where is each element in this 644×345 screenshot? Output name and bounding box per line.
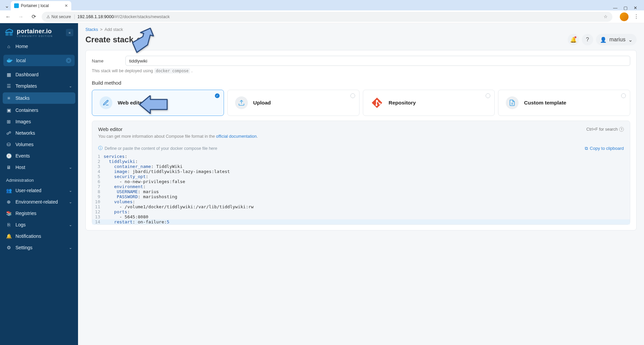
line-number: 8 xyxy=(92,189,104,194)
method-icon xyxy=(506,96,519,109)
profile-avatar[interactable] xyxy=(620,12,629,21)
copy-to-clipboard-button[interactable]: ⧉ Copy to clipboard xyxy=(585,146,624,151)
sidebar-item-home[interactable]: ⌂ Home xyxy=(0,41,78,52)
code-line[interactable]: 12 ports: xyxy=(92,209,630,214)
nav-reload-icon[interactable]: ⟳ xyxy=(29,12,38,21)
chevron-right-icon: > xyxy=(100,27,103,32)
sidebar-item-containers[interactable]: ▣Containers xyxy=(0,104,78,116)
window-minimize-icon[interactable]: ― xyxy=(613,5,617,10)
help-button[interactable]: ? xyxy=(582,34,593,45)
method-title: Custom template xyxy=(524,100,566,106)
help-icon[interactable]: ? xyxy=(619,127,624,132)
sidebar-item-label: Dashboard xyxy=(15,72,39,77)
stack-form-panel: Name This stack will be deployed using d… xyxy=(85,50,637,230)
stack-name-input[interactable] xyxy=(125,56,630,66)
sidebar-item-dashboard[interactable]: ▦Dashboard xyxy=(0,69,78,80)
sidebar-item-host[interactable]: 🖥Host⌄ xyxy=(0,162,78,173)
nav-icon: ⛁ xyxy=(6,142,11,147)
sidebar-item-images[interactable]: ⊞Images xyxy=(0,116,78,127)
svg-rect-3 xyxy=(8,59,9,59)
main-content: Stacks > Add stack Create stack ⟳ 🔔 ? xyxy=(78,23,644,345)
warning-icon: ⚠ xyxy=(46,14,50,19)
sidebar-item-settings[interactable]: ⚙Settings⌄ xyxy=(0,242,78,253)
code-line[interactable]: 10 volumes: xyxy=(92,199,630,204)
code-line[interactable]: 14 restart: on-failure:5 xyxy=(92,219,630,224)
svg-rect-5 xyxy=(10,60,11,60)
address-bar[interactable]: ⚠ Not secure 192.168.1.18:9000/#!/2/dock… xyxy=(42,12,612,22)
code-line[interactable]: 3 container_name: TiddlyWiki xyxy=(92,164,630,169)
deploy-hint: This stack will be deployed using docker… xyxy=(92,69,630,73)
user-menu[interactable]: 👤 marius ⌄ xyxy=(596,34,637,45)
sidebar-item-label: Home xyxy=(15,44,28,49)
sidebar-item-notifications[interactable]: 🔔Notifications xyxy=(0,230,78,242)
editor-search-hint: Ctrl+F for search ? xyxy=(586,127,624,132)
line-number: 1 xyxy=(92,154,104,159)
sidebar-item-label: Notifications xyxy=(15,233,41,239)
code-line[interactable]: 8 USERNAME: marius xyxy=(92,189,630,194)
sidebar-item-label: Containers xyxy=(15,107,38,113)
tab-close-icon[interactable]: ✕ xyxy=(65,3,68,8)
security-badge[interactable]: ⚠ Not secure xyxy=(46,14,75,19)
sidebar-collapse-button[interactable]: « xyxy=(66,29,73,36)
window-close-icon[interactable]: ✕ xyxy=(634,5,637,10)
brand-logo[interactable]: portainer.io COMMUNITY EDITION xyxy=(5,28,53,37)
code-line[interactable]: 4 image: jbardi/tiddlywiki5-lazy-images:… xyxy=(92,169,630,174)
sidebar-item-label: Networks xyxy=(15,130,35,136)
line-number: 10 xyxy=(92,199,104,204)
radio-indicator xyxy=(350,93,355,98)
sidebar-item-volumes[interactable]: ⛁Volumes xyxy=(0,139,78,150)
code-line[interactable]: 11 - /volume1/docker/tiddlywiki:/var/lib… xyxy=(92,204,630,209)
refresh-icon[interactable]: ⟳ xyxy=(137,36,142,43)
nav-icon: ☍ xyxy=(6,130,11,136)
sidebar-item-logs[interactable]: ⎘Logs⌄ xyxy=(0,219,78,230)
bookmark-star-icon[interactable]: ☆ xyxy=(604,14,608,19)
radio-indicator: ✓ xyxy=(215,93,220,98)
sidebar-item-registries[interactable]: 📚Registries xyxy=(0,208,78,219)
docs-link[interactable]: official documentation xyxy=(216,134,257,139)
code-line[interactable]: 13 - 5645:8080 xyxy=(92,214,630,219)
sidebar-environment-local[interactable]: local ✕ xyxy=(3,55,75,66)
browser-tab[interactable]: Portainer | local ✕ xyxy=(11,1,71,10)
breadcrumb-current: Add stack xyxy=(105,27,123,32)
sidebar-item-environment-related[interactable]: ⊕Environment-related⌄ xyxy=(0,196,78,208)
line-number: 3 xyxy=(92,164,104,169)
window-maximize-icon[interactable]: ▢ xyxy=(623,5,628,10)
home-icon: ⌂ xyxy=(6,44,11,49)
compose-editor[interactable]: 1services:2 tiddlywiki:3 container_name:… xyxy=(92,154,630,224)
chevron-down-icon: ⌄ xyxy=(69,246,72,250)
method-icon xyxy=(371,96,383,109)
nav-back-icon[interactable]: ← xyxy=(3,12,13,21)
build-method-custom-template[interactable]: Custom template xyxy=(498,90,630,116)
code-line[interactable]: 5 security_opt: xyxy=(92,174,630,179)
chevron-down-icon: ⌄ xyxy=(69,165,72,170)
code-line[interactable]: 2 tiddlywiki: xyxy=(92,159,630,164)
close-env-icon[interactable]: ✕ xyxy=(66,58,71,63)
sidebar-item-label: Host xyxy=(15,165,25,170)
notifications-button[interactable]: 🔔 xyxy=(568,34,579,45)
sidebar-item-label: Logs xyxy=(15,222,26,227)
sidebar-item-label: Volumes xyxy=(15,142,34,147)
nav-icon: ⊞ xyxy=(6,119,11,124)
build-method-web-editor[interactable]: Web editor✓ xyxy=(92,90,224,116)
chevron-down-icon: ⌄ xyxy=(69,200,72,204)
code-line[interactable]: 9 PASSWORD: mariushosting xyxy=(92,194,630,199)
code-line[interactable]: 6 - no-new-privileges:false xyxy=(92,179,630,184)
help-icon: ? xyxy=(586,37,589,43)
sidebar-item-networks[interactable]: ☍Networks xyxy=(0,127,78,139)
sidebar-item-stacks[interactable]: ≡Stacks xyxy=(3,92,75,104)
nav-icon: ▣ xyxy=(6,107,11,113)
tab-list-dropdown[interactable]: ⌄ xyxy=(3,1,11,10)
editor-placeholder-hint: ⓘ Define or paste the content of your do… xyxy=(98,145,217,151)
build-method-upload[interactable]: Upload xyxy=(227,90,359,116)
sidebar-item-templates[interactable]: ☰Templates⌄ xyxy=(0,80,78,92)
browser-menu-icon[interactable]: ⋮ xyxy=(632,13,641,20)
sidebar-item-user-related[interactable]: 👥User-related⌄ xyxy=(0,185,78,196)
code-line[interactable]: 7 environment: xyxy=(92,184,630,189)
code-line[interactable]: 1services: xyxy=(92,154,630,159)
sidebar-item-events[interactable]: 🕘Events xyxy=(0,150,78,162)
chevron-down-icon: ⌄ xyxy=(69,188,72,193)
sidebar-item-label: Events xyxy=(15,153,30,159)
breadcrumb-root[interactable]: Stacks xyxy=(85,27,98,32)
build-method-repository[interactable]: Repository xyxy=(363,90,495,116)
bell-icon: 🔔 xyxy=(570,37,577,43)
